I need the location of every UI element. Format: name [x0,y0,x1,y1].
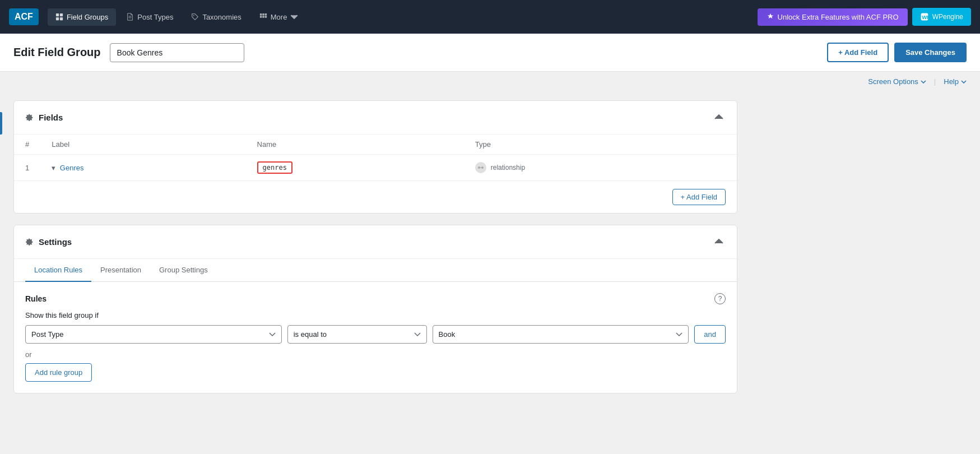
page-header: Edit Field Group + Add Field Save Change… [0,34,980,72]
options-divider: | [932,77,938,86]
svg-point-15 [478,166,480,169]
field-type-cell: relationship [464,155,737,181]
save-changes-button[interactable]: Save Changes [894,43,967,62]
tab-location-rules[interactable]: Location Rules [25,259,91,282]
nav-right: Unlock Extra Features with ACF PRO WP WP… [758,8,971,26]
top-navigation: ACF Field Groups Post Types Taxonomies M… [0,0,980,34]
page-header-right: + Add Field Save Changes [827,43,967,62]
field-expand-icon[interactable]: ▾ [52,164,55,172]
field-type-icon [475,162,486,173]
svg-rect-2 [56,17,59,20]
svg-rect-10 [260,16,262,18]
tab-presentation[interactable]: Presentation [91,259,150,282]
fields-card: Fields # Label Name Type 1 ▾ [13,100,737,214]
svg-rect-11 [262,16,264,18]
rule-operator-select[interactable]: is equal to [287,325,427,344]
settings-body: Rules ? Show this field group if Post Ty… [14,282,737,393]
fields-card-title: Fields [25,113,63,122]
svg-point-16 [481,166,484,169]
settings-collapse-button[interactable] [712,234,726,249]
left-accent-bar [0,112,2,135]
relationship-icon [477,164,484,171]
col-header-name: Name [246,135,464,155]
screen-options-button[interactable]: Screen Options [863,75,931,88]
svg-point-6 [193,15,194,16]
rules-title: Rules [25,294,47,303]
chevron-up-icon [714,112,723,121]
doc-icon [126,13,134,21]
field-type-label: relationship [491,164,525,172]
add-field-button-inline[interactable]: + Add Field [672,189,726,205]
add-field-row: + Add Field [14,181,737,213]
fields-table: # Label Name Type 1 ▾ Genres genres [14,135,737,181]
rule-condition-select[interactable]: Post Type [25,325,282,344]
settings-card-header: Settings [14,225,737,259]
svg-rect-9 [264,13,267,16]
svg-rect-0 [56,13,59,16]
or-text: or [25,350,726,359]
svg-rect-7 [260,13,262,16]
col-header-num: # [14,135,40,155]
nav-item-more[interactable]: More [252,8,306,26]
nav-item-taxonomies[interactable]: Taxonomies [183,8,249,26]
tag-icon [191,13,199,21]
add-rule-group-button[interactable]: Add rule group [25,363,92,382]
fields-collapse-button[interactable] [712,110,726,125]
fields-table-header-row: # Label Name Type [14,135,737,155]
chevron-up-icon-settings [714,237,723,245]
field-label-link[interactable]: Genres [60,164,84,172]
options-bar: Screen Options | Help [0,72,980,91]
page-title: Edit Field Group [13,46,101,59]
add-field-button-header[interactable]: + Add Field [827,43,889,62]
rule-row: Post Type is equal to Book and [25,325,726,344]
page-header-left: Edit Field Group [13,43,244,62]
svg-rect-8 [262,13,264,16]
settings-card-title: Settings [25,237,72,247]
chevron-down-icon [290,13,298,21]
and-button[interactable]: and [694,325,726,344]
rules-header: Rules ? [25,293,726,304]
help-button[interactable]: Help [939,75,971,88]
table-icon [55,13,63,21]
field-label-cell: ▾ Genres [40,155,245,181]
table-row: 1 ▾ Genres genres relationship [14,155,737,181]
settings-card: Settings Location Rules Presentation Gro… [13,225,737,393]
grid-icon [259,13,267,21]
unlock-pro-button[interactable]: Unlock Extra Features with ACF PRO [758,8,908,26]
svg-rect-3 [60,17,63,20]
svg-text:WP: WP [922,14,929,20]
chevron-down-icon-help [961,80,967,84]
field-name-cell: genres [246,155,464,181]
svg-rect-1 [60,13,63,16]
col-header-label: Label [40,135,245,155]
field-group-name-input[interactable] [110,43,244,62]
tab-group-settings[interactable]: Group Settings [150,259,217,282]
field-name-badge: genres [257,161,292,174]
svg-rect-12 [264,16,267,18]
field-row-number: 1 [14,155,40,181]
chevron-down-icon-small [921,80,926,84]
rules-help-icon[interactable]: ? [714,293,726,304]
field-type-container: relationship [475,162,726,173]
acf-logo: ACF [9,8,39,25]
star-icon [767,13,774,21]
nav-item-post-types[interactable]: Post Types [118,8,181,26]
show-if-label: Show this field group if [25,311,726,319]
rule-value-select[interactable]: Book [433,325,689,344]
fields-card-header: Fields [14,101,737,135]
wpengine-button[interactable]: WP WPengine [912,8,971,26]
col-header-type: Type [464,135,737,155]
nav-item-field-groups[interactable]: Field Groups [48,8,116,26]
settings-tabs: Location Rules Presentation Group Settin… [14,259,737,282]
gear-icon-settings [25,238,34,247]
wpengine-icon: WP [920,12,929,21]
main-content: Fields # Label Name Type 1 ▾ [0,91,751,414]
gear-icon-fields [25,113,34,122]
